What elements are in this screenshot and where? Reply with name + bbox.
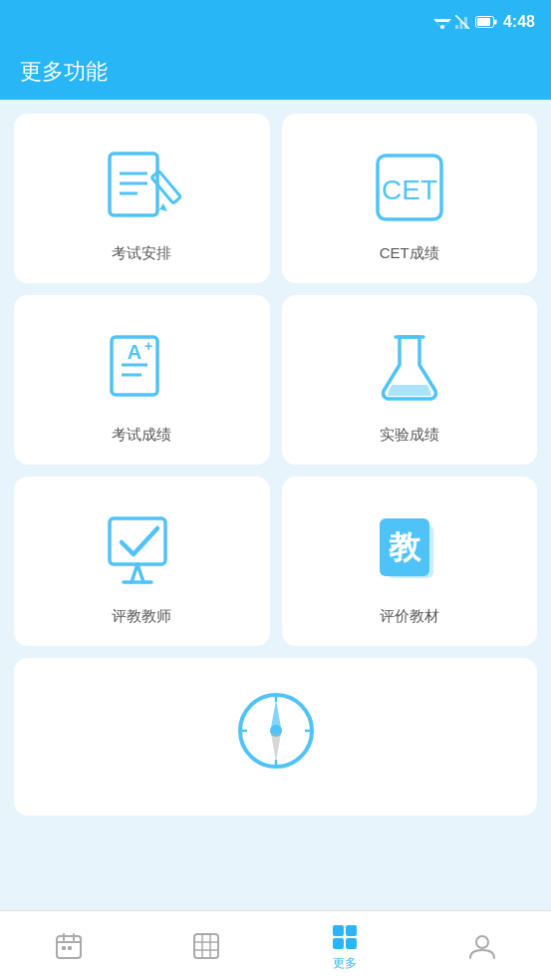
svg-line-25 [138, 564, 143, 582]
exam-score-icon: A + [97, 324, 186, 414]
svg-point-2 [440, 25, 444, 29]
nav-item-user[interactable] [413, 928, 551, 964]
exam-schedule-icon [97, 143, 186, 232]
card-lab-score-label: 实验成绩 [380, 426, 439, 445]
svg-rect-42 [62, 946, 66, 950]
svg-marker-32 [271, 700, 281, 728]
nav-item-calendar[interactable] [0, 928, 138, 964]
card-exam-score[interactable]: A + 考试成绩 [14, 295, 270, 465]
svg-rect-49 [333, 925, 344, 936]
card-exam-schedule[interactable]: 考试安排 [14, 114, 270, 283]
cet-icon: CET [365, 143, 454, 232]
svg-text:教: 教 [388, 529, 422, 565]
card-teacher-eval[interactable]: 评教教师 [14, 477, 270, 646]
battery-icon [475, 16, 497, 28]
main-content: 考试安排 CET CET成绩 A [0, 100, 551, 816]
nav-item-more[interactable]: 更多 [276, 919, 413, 972]
svg-rect-3 [455, 25, 458, 29]
card-material-eval[interactable]: 教 评价教材 [282, 477, 538, 646]
card-exam-score-label: 考试成绩 [112, 426, 171, 445]
svg-text:CET: CET [382, 174, 437, 205]
card-exam-schedule-label: 考试安排 [112, 244, 171, 263]
svg-rect-51 [333, 938, 344, 949]
svg-rect-50 [346, 925, 357, 936]
table-icon [192, 932, 220, 960]
svg-rect-23 [110, 518, 165, 564]
compass-icon [231, 686, 321, 776]
card-cet-score[interactable]: CET CET成绩 [282, 114, 538, 283]
wifi-icon [433, 15, 451, 29]
card-cet-score-label: CET成绩 [380, 244, 439, 263]
card-lab-score[interactable]: 实验成绩 [282, 295, 538, 465]
signal-icon [455, 15, 471, 29]
status-time: 4:48 [503, 13, 535, 31]
nav-more-label: 更多 [333, 955, 357, 972]
svg-marker-33 [271, 734, 281, 762]
bottom-nav: 更多 [0, 910, 551, 980]
grid-row-3: 评教教师 教 评价教材 [14, 477, 537, 646]
more-grid-icon [331, 923, 359, 951]
app-header: 更多功能 [0, 44, 551, 100]
grid-row-1: 考试安排 CET CET成绩 [14, 114, 537, 283]
lab-icon [365, 324, 454, 414]
svg-rect-43 [68, 946, 72, 950]
calendar-icon [55, 932, 83, 960]
svg-text:A: A [128, 341, 141, 363]
card-teacher-eval-label: 评教教师 [112, 607, 171, 626]
material-eval-icon: 教 [365, 505, 454, 595]
status-bar: 4:48 [0, 0, 551, 44]
svg-point-53 [476, 936, 488, 948]
user-icon [468, 932, 496, 960]
svg-rect-8 [477, 18, 490, 26]
teacher-eval-icon [97, 505, 186, 595]
svg-text:+: + [144, 338, 152, 354]
svg-rect-9 [494, 20, 497, 25]
status-icons [433, 15, 497, 29]
page-title: 更多功能 [20, 57, 108, 87]
card-material-eval-label: 评价教材 [380, 607, 439, 626]
grid-row-2: A + 考试成绩 实验成绩 [14, 295, 537, 465]
grid-row-4 [14, 658, 537, 816]
svg-rect-44 [194, 934, 218, 958]
svg-rect-52 [346, 938, 357, 949]
nav-item-table[interactable] [138, 928, 275, 964]
card-compass[interactable] [14, 658, 537, 816]
